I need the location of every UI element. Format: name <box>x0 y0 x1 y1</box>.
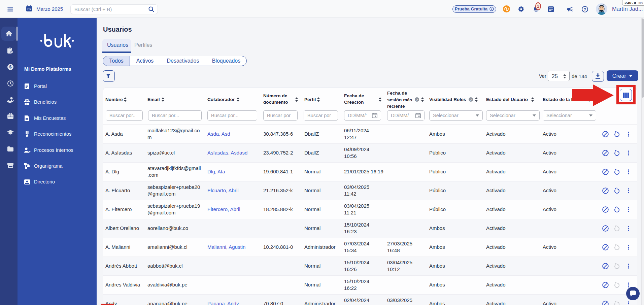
svg-text:?: ? <box>583 7 586 11</box>
svg-text:?: ? <box>416 98 418 101</box>
svg-text:?: ? <box>470 98 472 101</box>
svg-text:$: $ <box>9 65 12 69</box>
